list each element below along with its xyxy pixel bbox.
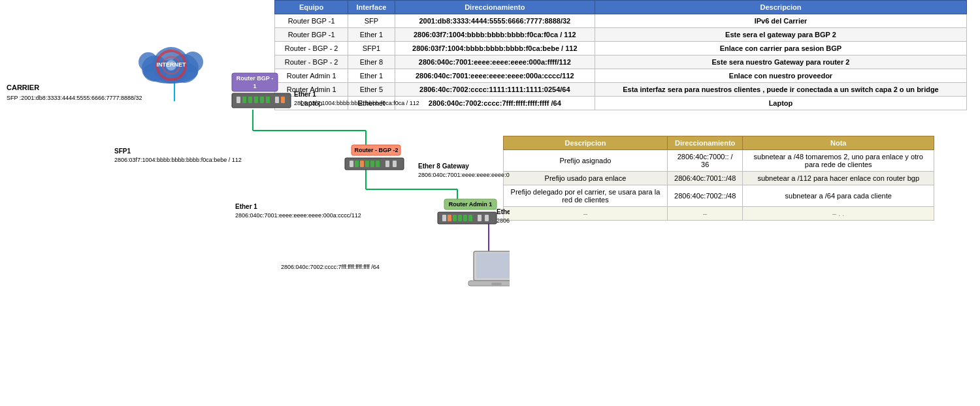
table-cell: subnetear a /112 para hacer enlace con r… <box>743 172 934 185</box>
table-cell: Prefijo asignado <box>504 150 668 172</box>
table-cell: Este sera nuestro Gateway para router 2 <box>595 55 966 69</box>
table-row: Prefijo usado para enlace2806:40c:7001::… <box>504 172 934 185</box>
svg-rect-41 <box>350 161 353 167</box>
svg-rect-26 <box>237 97 240 103</box>
svg-rect-33 <box>281 97 285 103</box>
svg-rect-42 <box>355 161 359 167</box>
svg-rect-47 <box>385 161 389 167</box>
table-cell: – <box>504 207 668 221</box>
svg-rect-30 <box>260 97 264 103</box>
svg-rect-28 <box>248 97 252 103</box>
svg-text:SFP :2001:db8:3333:4444:5555:6: SFP :2001:db8:3333:4444:5555:6666:7777:8… <box>7 95 142 101</box>
svg-rect-48 <box>393 161 397 167</box>
table-cell: Prefijo usado para enlace <box>504 172 668 185</box>
svg-text:2806:040c:7002:cccc:7fff:ffff:: 2806:040c:7002:cccc:7fff:ffff:ffff:ffff … <box>281 264 380 270</box>
svg-rect-29 <box>254 97 258 103</box>
svg-text:Router BGP -: Router BGP - <box>237 75 273 82</box>
col2-nota: Nota <box>743 136 934 150</box>
svg-text:2806:03f7:1004:bbbb:bbbb:bbbb:: 2806:03f7:1004:bbbb:bbbb:bbbb:f0ca:bebe … <box>114 157 242 163</box>
table-row: ––– . . <box>504 207 934 221</box>
svg-rect-60 <box>463 215 467 221</box>
svg-rect-61 <box>468 215 472 221</box>
table-cell: subnetear a /48 tomaremos 2, uno para en… <box>743 150 934 172</box>
table-row: Prefijo delegado por el carrier, se usar… <box>504 185 934 207</box>
table-cell: 2806:40c:7001::/48 <box>667 172 743 185</box>
svg-rect-69 <box>468 281 510 286</box>
svg-rect-43 <box>360 161 364 167</box>
svg-text:Router Admin 1: Router Admin 1 <box>449 201 493 208</box>
svg-rect-45 <box>370 161 374 167</box>
network-diagram: INTERNET CARRIER SFP :2001:db8:3333:4444… <box>0 0 510 308</box>
svg-rect-31 <box>266 97 270 103</box>
table-cell: Laptop <box>595 97 966 110</box>
svg-text:2806:40c:7002:cccc:1111:1111:1: 2806:40c:7002:cccc:1111:1111:1111:0254/6… <box>497 217 510 224</box>
table-cell: Enlace con nuestro proveedor <box>595 69 966 83</box>
col-desc: Descripcion <box>595 1 966 14</box>
table-cell: 2806:40c:7002::/48 <box>667 185 743 207</box>
svg-rect-63 <box>485 215 489 221</box>
table-row: Prefijo asignado2806:40c:7000:: / 36subn… <box>504 150 934 172</box>
svg-rect-56 <box>442 215 446 221</box>
table-cell: Este sera el gateway para BGP 2 <box>595 28 966 42</box>
table-cell: Esta interfaz sera para nuestros cliente… <box>595 83 966 97</box>
svg-text:CARRIER: CARRIER <box>7 84 39 91</box>
svg-rect-32 <box>275 97 279 103</box>
table-cell: 2806:40c:7000:: / 36 <box>667 150 743 172</box>
svg-text:2806:03f7:1004:bbbb:bbbb:bbbb:: 2806:03f7:1004:bbbb:bbbb:bbbb:f0ca:f0ca … <box>294 100 419 106</box>
svg-rect-70 <box>491 283 502 285</box>
svg-rect-62 <box>478 215 482 221</box>
svg-text:Ether 8 Gateway: Ether 8 Gateway <box>418 163 469 170</box>
svg-text:SFP1: SFP1 <box>114 148 131 155</box>
svg-text:Ether 1: Ether 1 <box>294 91 316 98</box>
svg-text:1: 1 <box>253 83 256 89</box>
second-table: Descripcion Direccionamiento Nota Prefij… <box>503 136 934 221</box>
svg-rect-44 <box>365 161 369 167</box>
svg-rect-68 <box>476 253 510 278</box>
table-cell: Enlace con carrier para sesion BGP <box>595 42 966 55</box>
svg-rect-59 <box>458 215 462 221</box>
table-cell: IPv6 del Carrier <box>595 14 966 28</box>
svg-text:INTERNET: INTERNET <box>157 61 187 68</box>
svg-rect-58 <box>453 215 457 221</box>
table-cell: – . . <box>743 207 934 221</box>
svg-text:Ether 5: Ether 5 <box>497 208 510 215</box>
col2-dir: Direccionamiento <box>667 136 743 150</box>
table-cell: – <box>667 207 743 221</box>
table-cell: subnetear a /64 para cada cliente <box>743 185 934 207</box>
svg-text:Ether 1: Ether 1 <box>235 203 257 210</box>
col2-desc: Descripcion <box>504 136 668 150</box>
svg-rect-27 <box>242 97 246 103</box>
table-cell: Prefijo delegado por el carrier, se usar… <box>504 185 668 207</box>
svg-rect-57 <box>448 215 451 221</box>
svg-text:2806:040c:7001:eeee:eeee:eeee:: 2806:040c:7001:eeee:eeee:eeee:000a:ffff/… <box>418 172 510 178</box>
svg-text:Router - BGP -2: Router - BGP -2 <box>355 147 399 153</box>
svg-rect-46 <box>376 161 380 167</box>
svg-text:2806:040c:7001:eeee:eeee:eeee:: 2806:040c:7001:eeee:eeee:eeee:000a:cccc/… <box>235 212 361 219</box>
